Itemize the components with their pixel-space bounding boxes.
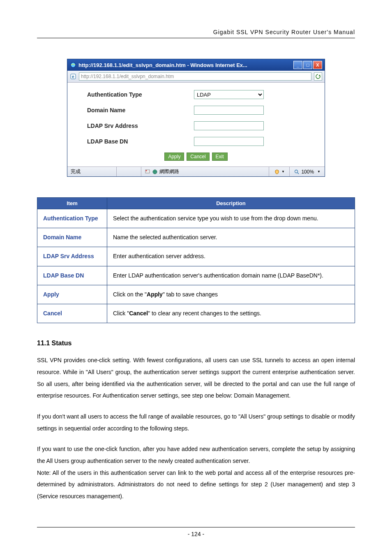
chevron-down-icon[interactable]: ▼ xyxy=(281,170,285,173)
ldap-basedn-label: LDAP Base DN xyxy=(87,138,194,145)
browser-window: http://192.168.1.1/edit_sslvpn_domain.ht… xyxy=(67,59,325,177)
item-cell: Apply xyxy=(37,285,107,304)
zoom-icon xyxy=(294,169,300,175)
domain-name-input[interactable] xyxy=(194,106,264,115)
zoom-level: 100% xyxy=(301,169,314,175)
apply-button[interactable]: Apply xyxy=(164,153,184,161)
addressbar: e xyxy=(67,71,325,83)
desc-cell: Name the selected authentication server. xyxy=(107,228,355,247)
item-cell: Authentication Type xyxy=(37,209,107,228)
ldap-srv-label: LDAP Srv Address xyxy=(87,123,194,129)
item-cell: Cancel xyxy=(37,304,107,323)
dialog-content: Authentication Type LDAP Domain Name LDA… xyxy=(67,83,325,166)
svg-point-0 xyxy=(71,62,76,67)
table-row: Domain NameName the selected authenticat… xyxy=(37,228,355,247)
item-cell: LDAP Srv Address xyxy=(37,247,107,266)
zoom-chevron-icon[interactable]: ▼ xyxy=(317,170,321,173)
statusbar: 完成 網際網路 ▼ 100% xyxy=(67,166,325,176)
desc-cell: Click on the "Apply" tab to save changes xyxy=(107,285,355,304)
page-icon: e xyxy=(70,73,76,80)
minimize-button[interactable]: _ xyxy=(293,61,302,69)
paragraph-3: If you want to use the one-click functio… xyxy=(37,443,355,467)
paragraph-1: SSL VPN provides one-click setting. With… xyxy=(37,354,355,402)
th-item: Item xyxy=(37,198,107,209)
th-desc: Description xyxy=(107,198,355,209)
table-row: Authentication TypeSelect the authentica… xyxy=(37,209,355,228)
item-cell: LDAP Base DN xyxy=(37,266,107,285)
ldap-basedn-input[interactable] xyxy=(194,137,264,146)
auth-type-label: Authentication Type xyxy=(87,91,194,98)
ldap-srv-input[interactable] xyxy=(194,121,264,130)
svg-point-4 xyxy=(146,170,147,171)
page-header: Gigabit SSL VPN Security Router User's M… xyxy=(37,29,355,38)
cancel-button[interactable]: Cancel xyxy=(187,153,209,161)
description-table: Item Description Authentication TypeSele… xyxy=(37,197,355,323)
table-row: LDAP Base DNEnter LDAP authentication se… xyxy=(37,266,355,285)
paragraph-4: Note: All of the users in this authentic… xyxy=(37,467,355,502)
page-footer: - 124 - xyxy=(37,527,355,537)
flag-icon xyxy=(145,169,150,175)
ie-icon xyxy=(70,62,76,68)
refresh-icon[interactable] xyxy=(314,72,322,81)
close-button[interactable]: X xyxy=(313,61,322,69)
section-title: 11.1 Status xyxy=(37,340,355,347)
table-row: LDAP Srv AddressEnter authentication ser… xyxy=(37,247,355,266)
titlebar-text: http://192.168.1.1/edit_sslvpn_domain.ht… xyxy=(78,62,247,68)
status-net: 網際網路 xyxy=(159,168,179,175)
desc-cell: Click "Cancel" to clear any recent chang… xyxy=(107,304,355,323)
bold-label: Cancel xyxy=(129,310,148,317)
security-icon xyxy=(274,169,280,175)
table-row: ApplyClick on the "Apply" tab to save ch… xyxy=(37,285,355,304)
table-row: CancelClick "Cancel" to clear any recent… xyxy=(37,304,355,323)
exit-button[interactable]: Exit xyxy=(212,153,228,161)
titlebar: http://192.168.1.1/edit_sslvpn_domain.ht… xyxy=(67,59,325,71)
desc-cell: Enter authentication server address. xyxy=(107,247,355,266)
svg-line-7 xyxy=(297,173,299,174)
desc-cell: Enter LDAP authentication server's authe… xyxy=(107,266,355,285)
svg-text:e: e xyxy=(72,74,74,79)
desc-cell: Select the authentication service type y… xyxy=(107,209,355,228)
domain-name-label: Domain Name xyxy=(87,107,194,113)
globe-icon xyxy=(152,169,158,175)
paragraph-2: If you don't want all users to access th… xyxy=(37,411,355,434)
bold-label: Apply xyxy=(147,291,163,298)
maximize-button[interactable]: □ xyxy=(303,61,312,69)
status-done: 完成 xyxy=(67,167,117,176)
svg-point-6 xyxy=(295,170,298,173)
address-input[interactable] xyxy=(79,72,311,81)
item-cell: Domain Name xyxy=(37,228,107,247)
auth-type-select[interactable]: LDAP xyxy=(194,90,264,99)
